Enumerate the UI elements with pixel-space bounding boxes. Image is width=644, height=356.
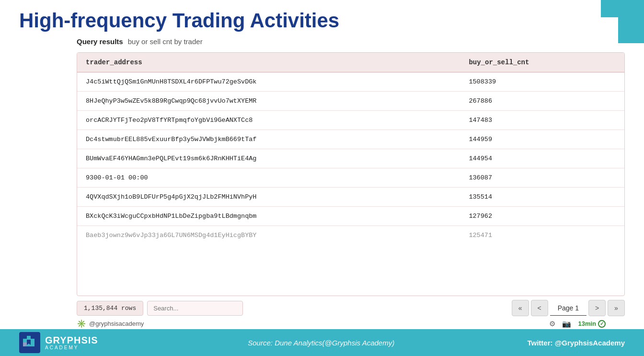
cell-buy-sell-cnt: 1508339 [460,72,624,92]
table-row: 4QVXqdSXjh1oB9LDFUrP5g4pGjX2qjJLb2FMHiNV… [77,188,624,207]
pagination-bar: 1,135,844 rows « < Page 1 > » [77,300,625,316]
cell-buy-sell-cnt: 136087 [460,168,624,188]
table-row: BXckQcK3iWcguCCpxbHdNP1LbDeZipgba9tLBdmg… [77,207,624,226]
table-row: orcACRJYTFjTeo2pV8TfYRTpmqfoYgbVi9GeANXT… [77,111,624,130]
next-page-button[interactable]: > [588,300,606,316]
table-row: Baeb3jownz9w6vJp33ja6GL7UN6MSDg4d1EyHicg… [77,226,624,245]
svg-rect-3 [31,339,34,346]
cell-trader-address: BUmWvaEF46YHAGmn3ePQLPEvt19sm6k6JRnKHHTi… [77,149,460,168]
cell-trader-address: orcACRJYTFjTeo2pV8TfYRTpmqfoYgbVi9GeANXT… [77,111,460,130]
table-row: 9300-01-01 00:00136087 [77,168,624,188]
current-page-label: Page 1 [550,301,586,316]
handle-text: @gryphsisacademy [89,320,144,327]
table-header-row: trader_address buy_or_sell_cnt [77,53,624,72]
cell-buy-sell-cnt: 144954 [460,149,624,168]
logo-text: GRYPHSIS ACADEMY [45,335,98,350]
cell-buy-sell-cnt: 127962 [460,207,624,226]
right-attribution: ⚙ 📷 13min ✓ [549,320,606,328]
svg-rect-1 [27,336,31,340]
logo-main: GRYPHSIS [45,335,98,346]
table-row: 8HJeQhyP3w5wZEv5k8B9RgCwqp9Qc68jvvUo7wtX… [77,92,624,111]
table-row: J4c5iWttQjQSm1GnMUnH8TSDXL4r6DFPTwu72geS… [77,72,624,92]
logo-area: GRYPHSIS ACADEMY [19,332,115,353]
prev-page-button[interactable]: < [531,300,548,316]
check-icon: ✓ [598,320,606,328]
attribution-row: ✳️ @gryphsisacademy ⚙ 📷 13min ✓ [77,319,625,328]
timer-value: 13min [578,320,596,327]
cell-buy-sell-cnt: 144959 [460,130,624,149]
query-results-bar: Query results buy or sell cnt by trader [77,37,625,46]
cell-trader-address: Baeb3jownz9w6vJp33ja6GL7UN6MSDg4d1EyHicg… [77,226,460,245]
cell-buy-sell-cnt: 147483 [460,111,624,130]
page-title: High-frequency Trading Activities [19,10,625,32]
last-page-button[interactable]: » [608,300,625,316]
gryphsis-icon: ✳️ [77,319,86,328]
column-header-trader-address: trader_address [77,53,460,72]
table-wrapper[interactable]: trader_address buy_or_sell_cnt J4c5iWttQ… [77,53,624,296]
logo-sub: ACADEMY [45,345,98,350]
query-description: buy or sell cnt by trader [128,37,203,46]
results-table-container: trader_address buy_or_sell_cnt J4c5iWttQ… [77,52,625,296]
pagination-controls: « < Page 1 > » [512,300,625,316]
svg-rect-0 [23,339,27,343]
results-table: trader_address buy_or_sell_cnt J4c5iWttQ… [77,53,624,245]
first-page-button[interactable]: « [512,300,529,316]
main-container: High-frequency Trading Activities Query … [0,0,644,356]
table-body: J4c5iWttQjQSm1GnMUnH8TSDXL4r6DFPTwu72geS… [77,72,624,245]
cell-buy-sell-cnt: 267886 [460,92,624,111]
table-row: Dc4stwmubrEEL885vExuurBfp3y5wJVWbjkmB669… [77,130,624,149]
search-input[interactable] [147,301,243,316]
twitter-text: Twitter: @GryphsisAcademy [527,339,625,347]
bottom-bar: GRYPHSIS ACADEMY Source: Dune Analytics(… [0,329,644,356]
cell-trader-address: J4c5iWttQjQSm1GnMUnH8TSDXL4r6DFPTwu72geS… [77,72,460,92]
timer-badge: 13min ✓ [578,320,606,328]
query-results-label: Query results [77,37,123,46]
camera-icon[interactable]: 📷 [562,320,571,328]
row-count: 1,135,844 rows [77,301,143,316]
table-row: BUmWvaEF46YHAGmn3ePQLPEvt19sm6k6JRnKHHTi… [77,149,624,168]
header: High-frequency Trading Activities Query … [0,0,644,52]
logo-svg [22,335,37,350]
cell-trader-address: 8HJeQhyP3w5wZEv5k8B9RgCwqp9Qc68jvvUo7wtX… [77,92,460,111]
source-text: Source: Dune Analytics(@Gryphsis Academy… [123,339,519,347]
cell-buy-sell-cnt: 125471 [460,226,624,245]
cell-trader-address: 9300-01-01 00:00 [77,168,460,188]
cell-buy-sell-cnt: 135514 [460,188,624,207]
cell-trader-address: Dc4stwmubrEEL885vExuurBfp3y5wJVWbjkmB669… [77,130,460,149]
logo-icon [19,332,40,353]
cell-trader-address: 4QVXqdSXjh1oB9LDFUrP5g4pGjX2qjJLb2FMHiNV… [77,188,460,207]
share-icon[interactable]: ⚙ [549,320,555,328]
cell-trader-address: BXckQcK3iWcguCCpxbHdNP1LbDeZipgba9tLBdmg… [77,207,460,226]
column-header-buy-sell-cnt: buy_or_sell_cnt [460,53,624,72]
